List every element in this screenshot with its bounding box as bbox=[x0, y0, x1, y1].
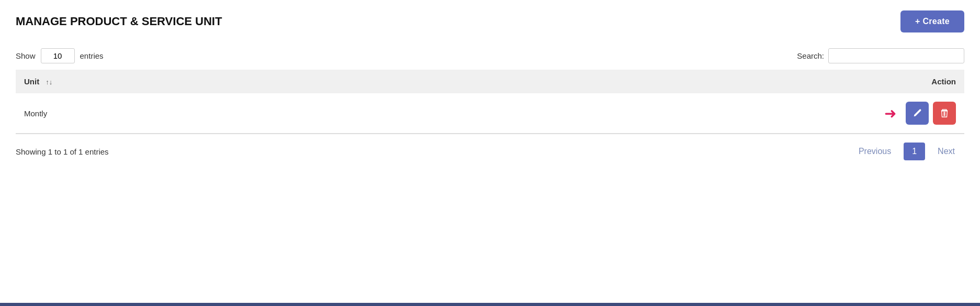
pagination: Previous 1 Next bbox=[849, 143, 964, 160]
page-1-button[interactable]: 1 bbox=[904, 143, 925, 160]
action-buttons-group: ➜ bbox=[345, 102, 956, 125]
entries-input[interactable] bbox=[41, 48, 75, 63]
showing-text: Showing 1 to 1 of 1 entries bbox=[16, 147, 109, 156]
table-footer: Showing 1 to 1 of 1 entries Previous 1 N… bbox=[16, 134, 964, 166]
delete-button[interactable] bbox=[933, 102, 956, 125]
unit-cell: Montly bbox=[16, 93, 336, 134]
bottom-bar bbox=[0, 303, 980, 306]
entries-label: entries bbox=[80, 51, 104, 60]
table-header-row: Unit ↑↓ Action bbox=[16, 70, 964, 93]
action-cell: ➜ bbox=[336, 93, 964, 134]
create-button[interactable]: + Create bbox=[900, 10, 964, 32]
edit-button[interactable] bbox=[906, 102, 929, 125]
unit-column-header: Unit ↑↓ bbox=[16, 70, 336, 93]
show-label: Show bbox=[16, 51, 36, 60]
search-label: Search: bbox=[797, 51, 824, 60]
table-row: Montly➜ bbox=[16, 93, 964, 134]
show-entries-group: Show entries bbox=[16, 48, 104, 63]
data-table: Unit ↑↓ Action Montly➜ bbox=[16, 70, 964, 134]
search-area: Search: bbox=[797, 48, 964, 63]
action-column-header: Action bbox=[336, 70, 964, 93]
search-input[interactable] bbox=[828, 48, 964, 63]
previous-button[interactable]: Previous bbox=[849, 143, 900, 160]
next-button[interactable]: Next bbox=[928, 143, 964, 160]
controls-row: Show entries Search: bbox=[16, 48, 964, 63]
svg-rect-0 bbox=[941, 111, 948, 112]
page-title: MANAGE PRODUCT & SERVICE UNIT bbox=[16, 15, 222, 28]
arrow-icon: ➜ bbox=[884, 105, 896, 122]
sort-icon[interactable]: ↑↓ bbox=[46, 78, 52, 86]
page-header: MANAGE PRODUCT & SERVICE UNIT + Create bbox=[16, 10, 964, 32]
